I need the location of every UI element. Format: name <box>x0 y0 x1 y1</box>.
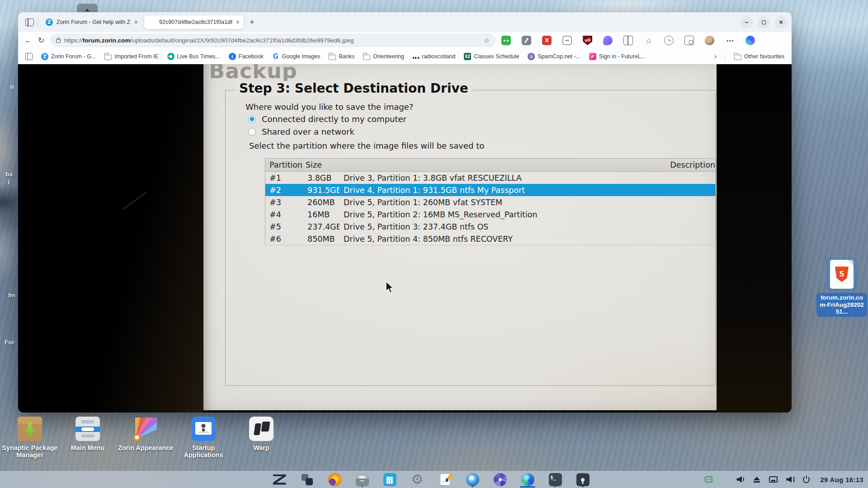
close-button[interactable]: × <box>775 16 787 28</box>
browser-toolbar: ← ↻ https://forum.zorin.com/uploads/defa… <box>18 32 792 49</box>
browser-tab[interactable]: Z Zorin Forum - Get help with Z × <box>42 15 142 29</box>
desktop-icon-label-partial[interactable]: Im <box>8 292 15 299</box>
taskbar-app[interactable] <box>518 471 538 488</box>
bookmark-favicon-icon: f <box>229 53 236 60</box>
html-file-icon: 5 <box>830 260 854 289</box>
description-cell: Drive 5, Partition 1: 260MB vfat SYSTEM <box>340 198 716 207</box>
bookmark-item[interactable]: Orienteering <box>363 53 404 60</box>
tray-icon[interactable] <box>736 476 745 483</box>
toolbar-extension-icon[interactable]: X <box>542 36 552 45</box>
maximize-button[interactable] <box>758 16 770 28</box>
window-peek-tab[interactable] <box>77 4 98 13</box>
partition-table-header: PartitionSizeDescription <box>265 158 716 172</box>
browser-tab[interactable]: 92c907d4fbe2ac6c371f0a1d6d × <box>144 15 244 29</box>
desktop-shortcut[interactable]: Startup Applications <box>175 417 232 459</box>
taskbar-app[interactable] <box>380 471 400 488</box>
bookmark-label: Zorin Forum - G... <box>51 53 96 60</box>
bookmark-favicon-icon <box>329 55 336 60</box>
other-favourites-folder[interactable]: Other favourites <box>734 53 784 60</box>
taskbar-app[interactable] <box>297 471 317 488</box>
toolbar-extension-icon[interactable] <box>501 36 511 45</box>
taskbar-app[interactable] <box>325 471 344 488</box>
taskbar-app[interactable]: ⚙ <box>407 471 427 488</box>
taskbar-app[interactable]: $_ <box>545 471 565 488</box>
bookmark-label: Imported From IE <box>114 53 158 60</box>
bookmark-item[interactable]: EZ Classes Schedule <box>464 53 519 60</box>
desktop-icon-label-partial[interactable]: ba <box>5 171 13 178</box>
bookmark-favicon-icon: G <box>272 53 279 60</box>
divider <box>38 18 38 27</box>
taskbar-app[interactable] <box>269 471 289 488</box>
desktop-shortcut[interactable]: Warp <box>232 417 290 459</box>
bookmark-item[interactable]: f Facebook <box>229 53 264 60</box>
step-heading: Step 3: Select Destination Drive <box>235 81 473 96</box>
toolbar-extension-icon[interactable] <box>603 36 613 45</box>
bookmark-item[interactable]: Banks <box>329 53 354 60</box>
taskbar-app[interactable] <box>573 471 593 488</box>
toolbar-extension-icon[interactable] <box>684 36 694 45</box>
html5-shield-icon: 5 <box>835 267 849 282</box>
bookmarks-overflow-chevron-icon[interactable]: › <box>714 52 717 61</box>
bookmark-item[interactable]: @ SpamCop.net -... <box>528 53 580 60</box>
clock[interactable]: 29 Aug 16:13 <box>820 476 863 483</box>
radio-icon <box>248 115 256 123</box>
taskbar-app[interactable] <box>462 471 482 488</box>
taskbar-apps: ⚙ $_ <box>269 471 593 488</box>
bookmark-item[interactable]: G Google Images <box>272 53 321 60</box>
tab-close-icon[interactable]: × <box>236 19 240 25</box>
new-tab-button[interactable]: + <box>250 17 255 27</box>
size-cell: 850MB <box>303 235 340 244</box>
bookmark-label: SpamCop.net -... <box>538 53 580 60</box>
desktop-shortcut[interactable]: Main Menu <box>59 417 117 459</box>
bookmark-item[interactable]: Imported From IE <box>104 53 158 60</box>
address-bar[interactable]: https://forum.zorin.com/uploads/default/… <box>50 34 495 47</box>
bookmark-item[interactable]: Z Zorin Forum - G... <box>41 53 96 60</box>
save-question-label: Where would you like to save the image? <box>245 102 413 112</box>
taskbar-app[interactable] <box>490 471 510 488</box>
bookmark-favicon-icon <box>167 53 175 60</box>
tray-icon[interactable] <box>786 476 794 483</box>
partition-row: #2 931.5GB Drive 4, Partition 1: 931.5GB… <box>265 184 716 196</box>
minimize-button[interactable]: – <box>741 16 753 28</box>
taskbar-app-icon <box>356 473 369 486</box>
desktop-icon-label-partial[interactable]: l <box>8 179 9 186</box>
bookmark-item[interactable]: Sign in - FutureL... <box>589 53 646 60</box>
taskbar-app-icon <box>439 473 452 486</box>
bookmark-item[interactable]: Live Bus Times... <box>167 53 220 60</box>
desktop-shortcut-html-file[interactable]: 5 forum.zorin.com-FriAug2920251... <box>816 258 867 317</box>
tab-close-icon[interactable]: × <box>134 19 138 25</box>
desktop-icon-label-partial[interactable]: For <box>5 339 14 346</box>
browser-window: Z Zorin Forum - Get help with Z × 92c907… <box>18 12 792 413</box>
toolbar-extension-icon[interactable]: ⋯ <box>725 36 735 45</box>
partition-cell: #4 <box>265 210 303 219</box>
taskbar: ⚙ $_ <box>0 471 868 488</box>
toolbar-extension-icon[interactable] <box>745 36 755 45</box>
tab-actions-icon[interactable] <box>25 19 34 26</box>
bookmark-label: Banks <box>339 53 354 60</box>
taskbar-app[interactable] <box>435 471 455 488</box>
tray-icon[interactable] <box>753 476 760 483</box>
toolbar-extension-icon[interactable] <box>705 36 714 45</box>
toolbar-extension-icon[interactable] <box>522 36 531 45</box>
desktop-shortcut[interactable]: Synaptic Package Manager <box>1 417 59 459</box>
tray-icon[interactable] <box>803 476 810 483</box>
toolbar-extension-icon[interactable]: uO <box>583 36 592 45</box>
lock-icon[interactable] <box>56 39 61 43</box>
toolbar-extension-icon[interactable] <box>623 36 633 45</box>
tray-icon[interactable] <box>769 476 778 483</box>
toolbar-extension-icon[interactable]: ☆ <box>644 36 653 45</box>
bookmark-label: Google Images <box>282 53 321 60</box>
bookmark-favicon-icon <box>25 53 33 60</box>
bookmark-item[interactable]: radioscotland <box>413 53 455 60</box>
bookmark-item[interactable] <box>25 53 33 60</box>
favorite-star-icon[interactable]: ☆ <box>484 37 490 45</box>
desktop-icon-label-partial[interactable]: R <box>10 84 14 91</box>
desktop-shortcut[interactable]: Zorin Appearance <box>117 417 175 459</box>
toolbar-extension-icon[interactable] <box>562 36 572 45</box>
shortcut-icon <box>133 417 158 441</box>
refresh-icon[interactable]: ↻ <box>38 36 44 45</box>
tray-icon[interactable] <box>705 476 712 483</box>
toolbar-extension-icon[interactable] <box>664 36 674 45</box>
taskbar-app[interactable] <box>352 471 372 488</box>
back-icon[interactable]: ← <box>24 36 32 45</box>
